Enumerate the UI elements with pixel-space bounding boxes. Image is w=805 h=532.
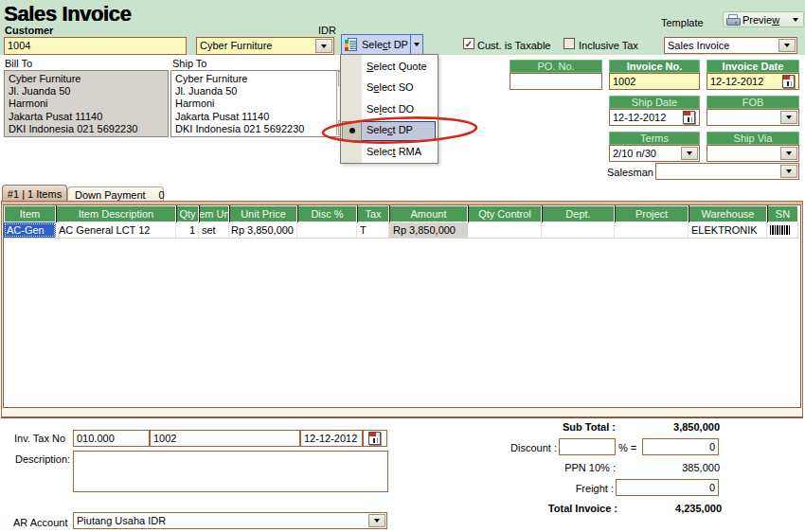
ship-via-dropdown-button[interactable]: [780, 147, 797, 160]
grid-cell-amount[interactable]: Rp 3,850,000: [389, 222, 468, 238]
chevron-down-icon: [374, 519, 380, 523]
ship-to-memo[interactable]: Cyber FurnitureJl. Juanda 50HarmoniJakar…: [170, 70, 353, 137]
grid-cell-dept-[interactable]: [542, 222, 615, 238]
tab-down-payment[interactable]: Down Payment0: [67, 186, 164, 202]
inclusive-tax-checkbox[interactable]: [564, 38, 575, 49]
items-grid[interactable]: ItemItem DescriptionQtyItem UnitUnit Pri…: [3, 204, 801, 408]
description-textarea[interactable]: [73, 451, 388, 492]
ship-via-header: Ship Via: [707, 132, 799, 145]
ship-date-input[interactable]: 12-12-2012: [609, 109, 700, 126]
grid-header-qty[interactable]: Qty: [177, 206, 198, 222]
discount-input[interactable]: [559, 438, 616, 455]
grid-header-sn[interactable]: SN: [768, 206, 797, 222]
menu-item-select-do[interactable]: Select DO: [341, 99, 438, 120]
chevron-down-icon: [687, 151, 692, 155]
calendar-icon: [368, 432, 381, 445]
grid-header-unit-price[interactable]: Unit Price: [230, 206, 296, 222]
invoice-date-input[interactable]: 12-12-2012: [707, 73, 799, 90]
grid-cell-qty[interactable]: 1: [176, 222, 199, 238]
grid-header-item[interactable]: Item: [5, 206, 55, 222]
grid-cell-sn[interactable]: [767, 222, 798, 238]
cust-is-taxable-checkbox[interactable]: ✓: [463, 38, 474, 49]
address-line: DKI Indonesia 021 5692230: [9, 123, 168, 135]
salesman-dropdown-button[interactable]: [780, 165, 797, 178]
grid-header-project[interactable]: Project: [616, 206, 688, 222]
grid-header-warehouse[interactable]: Warehouse: [689, 206, 766, 222]
tab-items[interactable]: #1 | 1 Items: [2, 185, 67, 202]
grid-cell-item[interactable]: AC-Gen: [4, 222, 56, 238]
menu-item-select-so[interactable]: Select SO: [341, 78, 438, 98]
template-dropdown-button[interactable]: [778, 39, 796, 52]
inv-tax-no-input-2[interactable]: 1002: [150, 430, 300, 447]
fob-combobox[interactable]: [707, 109, 799, 126]
grid-header-separator: [199, 205, 200, 222]
select-dp-dropdown-arrow[interactable]: [411, 43, 422, 46]
grid-cell-item-description[interactable]: AC General LCT 12: [56, 222, 176, 238]
customer-name-combobox[interactable]: Cyber Furniture: [196, 37, 334, 55]
address-line: Cyber Furniture: [9, 73, 168, 85]
terms-combobox[interactable]: 2/10 n/30: [609, 145, 700, 162]
inv-tax-calendar-button[interactable]: [363, 430, 387, 447]
discount-pct-input[interactable]: 0: [642, 438, 719, 455]
fob-header: FOB: [707, 96, 799, 109]
salesman-combobox[interactable]: [655, 163, 799, 180]
discount-pct-label: % =: [618, 442, 636, 453]
ar-account-dropdown-button[interactable]: [368, 514, 385, 527]
grid-cell-tax[interactable]: T: [357, 222, 389, 238]
grid-header-item-unit[interactable]: Item Unit: [200, 206, 228, 222]
grid-cell-warehouse[interactable]: ELEKTRONIK: [689, 222, 767, 238]
sales-invoice-window: Sales Invoice Customer IDR 1004 Cyber Fu…: [0, 0, 805, 532]
calendar-button[interactable]: [679, 111, 698, 124]
inv-tax-date-input[interactable]: 12-12-2012: [300, 430, 363, 447]
select-dp-button-body[interactable]: Select DP: [342, 35, 411, 54]
grid-cell-unit-price[interactable]: Rp 3,850,000: [229, 222, 297, 238]
grid-header-dept-[interactable]: Dept.: [543, 206, 614, 222]
terms-dropdown-button[interactable]: [681, 147, 698, 160]
grid-cell-item-unit[interactable]: set: [199, 222, 229, 238]
menu-item-select-rma[interactable]: Select RMA: [341, 142, 438, 163]
invoice-date-header: Invoice Date: [707, 60, 799, 73]
menu-item-select-dp[interactable]: Select DP: [341, 120, 438, 141]
customer-dropdown-button[interactable]: [315, 39, 332, 53]
ship-to-label: Ship To: [172, 58, 207, 69]
chevron-down-icon: [786, 169, 792, 173]
grid-cell-project[interactable]: [615, 222, 689, 238]
address-line: DKI Indonesia 021 5692230: [175, 123, 352, 135]
menu-item-label: Select DO: [367, 103, 414, 115]
bill-to-memo[interactable]: Cyber FurnitureJl. Juanda 50HarmoniJakar…: [4, 70, 169, 137]
select-dp-button[interactable]: Select DP: [341, 34, 423, 55]
po-no-input[interactable]: [510, 73, 602, 90]
grid-header-separator: [176, 205, 177, 222]
template-combobox[interactable]: Sales Invoice: [664, 37, 797, 54]
preview-button[interactable]: Preview: [723, 11, 804, 27]
calendar-button[interactable]: [778, 75, 797, 88]
discount-label: Discount :: [415, 442, 557, 453]
grid-header-qty-control[interactable]: Qty Control: [469, 206, 541, 222]
ship-date-header: Ship Date: [609, 96, 700, 109]
calendar-icon: [683, 111, 695, 124]
bill-to-label: Bill To: [5, 58, 32, 69]
grid-data-row[interactable]: AC-GenAC General LCT 121setRp 3,850,000T…: [4, 222, 800, 239]
ar-account-combobox[interactable]: Piutang Usaha IDR: [73, 512, 387, 529]
fob-dropdown-button[interactable]: [780, 111, 797, 124]
menu-item-select-quote[interactable]: Select Quote: [341, 57, 438, 78]
grid-header-separator: [468, 205, 469, 222]
select-source-menu: Select QuoteSelect SOSelect DOSelect DPS…: [340, 54, 438, 164]
chevron-down-icon: [786, 151, 792, 155]
inv-tax-no-input-1[interactable]: 010.000: [73, 430, 150, 447]
grid-cell-disc-[interactable]: [297, 222, 357, 238]
grid-header-tax[interactable]: Tax: [358, 206, 388, 222]
chevron-down-icon: [793, 18, 798, 22]
grid-header-amount[interactable]: Amount: [390, 206, 467, 222]
invoice-no-input[interactable]: 1002: [609, 73, 700, 90]
freight-input[interactable]: 0: [616, 479, 719, 496]
chevron-down-icon: [784, 44, 790, 47]
grid-header-item-description[interactable]: Item Description: [57, 206, 175, 222]
customer-code-input[interactable]: 1004: [4, 37, 187, 55]
sub-total-value: 3,850,000: [530, 421, 720, 433]
grid-cell-qty-control[interactable]: [468, 222, 542, 238]
grid-header-disc-[interactable]: Disc %: [298, 206, 356, 222]
grid-header-separator: [767, 205, 768, 222]
address-line: Harmoni: [9, 98, 168, 110]
ship-via-combobox[interactable]: [707, 145, 799, 162]
